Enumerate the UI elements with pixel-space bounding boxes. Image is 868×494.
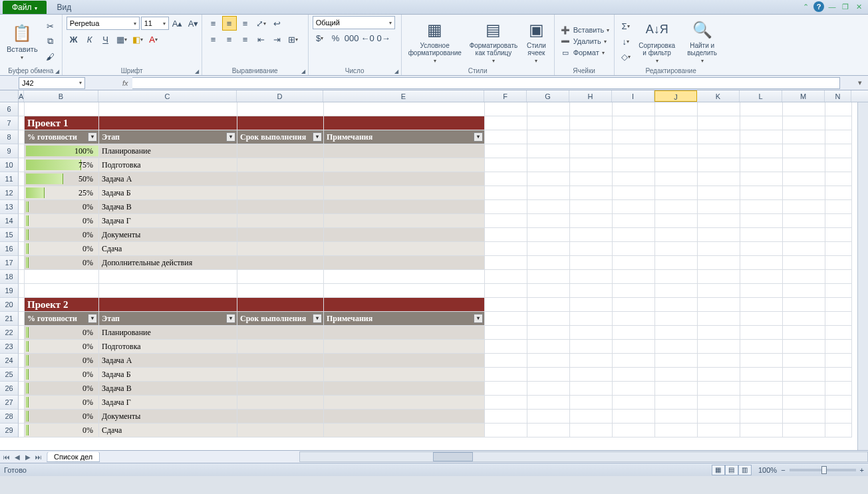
cell[interactable] [783, 340, 825, 354]
cell[interactable] [740, 396, 783, 410]
cell[interactable] [570, 186, 613, 200]
cell[interactable]: Задача Г [99, 396, 237, 410]
cell[interactable] [570, 326, 613, 340]
cell[interactable] [324, 186, 485, 200]
cell[interactable] [237, 228, 324, 242]
indent-inc-button[interactable]: ⇥ [270, 32, 285, 47]
cell[interactable] [237, 214, 324, 228]
cell[interactable] [324, 424, 485, 437]
cell[interactable] [485, 326, 527, 340]
cell[interactable] [698, 116, 740, 130]
cell[interactable] [485, 116, 527, 130]
filter-dropdown[interactable]: ▾ [474, 132, 483, 142]
cell[interactable] [783, 214, 825, 228]
cell[interactable] [740, 326, 783, 340]
cell[interactable]: % готовности▾ [25, 130, 99, 144]
cell[interactable] [655, 326, 698, 340]
cell[interactable] [485, 368, 527, 382]
cell[interactable] [698, 214, 740, 228]
italic-button[interactable]: К [82, 32, 97, 47]
cell[interactable] [613, 312, 655, 326]
cell[interactable]: Этап▾ [99, 312, 237, 326]
cell[interactable] [740, 228, 783, 242]
cell[interactable] [570, 340, 613, 354]
col-header-B[interactable]: B [24, 90, 98, 102]
cell[interactable] [570, 354, 613, 368]
cut-button[interactable]: ✂ [43, 19, 58, 33]
cell[interactable] [825, 158, 852, 172]
format-cells-button[interactable]: ▭Формат ▾ [559, 48, 606, 58]
cell[interactable] [655, 144, 698, 158]
cell-styles-button[interactable]: ▣Стили ячеек▾ [523, 18, 549, 65]
cell[interactable] [570, 214, 613, 228]
cell[interactable] [99, 298, 237, 312]
cell[interactable] [324, 382, 485, 396]
row-header[interactable]: 14 [0, 214, 19, 228]
cell[interactable] [527, 186, 570, 200]
cell[interactable] [783, 410, 825, 424]
cell[interactable] [527, 396, 570, 410]
cell[interactable] [324, 368, 485, 382]
currency-button[interactable]: $▾ [313, 31, 327, 45]
cell[interactable]: Задача В [99, 200, 237, 214]
number-launcher[interactable]: ◢ [394, 68, 398, 74]
col-header-A[interactable]: A [19, 90, 24, 102]
row-header[interactable]: 20 [0, 298, 19, 312]
cell[interactable] [783, 354, 825, 368]
col-header-L[interactable]: L [740, 90, 782, 102]
cell[interactable] [825, 186, 852, 200]
cell[interactable] [324, 284, 485, 298]
cell[interactable] [25, 102, 99, 116]
cell[interactable] [783, 284, 825, 298]
cell[interactable] [783, 186, 825, 200]
cell[interactable] [740, 186, 783, 200]
autosum-button[interactable]: Σ▾ [619, 19, 633, 33]
row-header[interactable]: 29 [0, 424, 19, 437]
cell[interactable] [698, 200, 740, 214]
cell[interactable] [655, 396, 698, 410]
cell[interactable] [570, 144, 613, 158]
cell[interactable] [825, 410, 852, 424]
cell[interactable] [613, 270, 655, 284]
cell[interactable] [613, 326, 655, 340]
cell[interactable]: Сдача [99, 424, 237, 437]
row-header[interactable]: 24 [0, 354, 19, 368]
cell[interactable] [655, 256, 698, 270]
cell[interactable] [655, 284, 698, 298]
col-header-F[interactable]: F [484, 90, 527, 102]
col-header-C[interactable]: C [98, 90, 237, 102]
tab-file[interactable]: Файл [3, 1, 47, 14]
indent-dec-button[interactable]: ⇤ [254, 32, 269, 47]
cell[interactable] [698, 158, 740, 172]
cell[interactable] [485, 354, 527, 368]
cell[interactable]: 50% [25, 172, 99, 186]
cell[interactable] [324, 158, 485, 172]
row-header[interactable]: 26 [0, 382, 19, 396]
col-header-K[interactable]: K [697, 90, 740, 102]
conditional-format-button[interactable]: ▦Условное форматирование▾ [406, 18, 464, 65]
shrink-font-button[interactable]: A▾ [186, 16, 201, 31]
cell[interactable] [19, 368, 25, 382]
cell[interactable] [237, 186, 324, 200]
filter-dropdown[interactable]: ▾ [88, 132, 97, 142]
cell[interactable] [740, 242, 783, 256]
align-center-button[interactable]: ≡ [222, 32, 237, 47]
cell[interactable] [527, 158, 570, 172]
cell[interactable] [19, 256, 25, 270]
cell[interactable] [485, 158, 527, 172]
cell[interactable] [825, 172, 852, 186]
cell[interactable] [825, 228, 852, 242]
cell[interactable] [655, 228, 698, 242]
cell[interactable] [825, 340, 852, 354]
cell[interactable] [613, 256, 655, 270]
cell[interactable] [698, 144, 740, 158]
cell[interactable] [19, 354, 25, 368]
cell[interactable] [655, 214, 698, 228]
cell[interactable]: Планирование [99, 144, 237, 158]
align-middle-button[interactable]: ≡ [222, 16, 237, 31]
align-top-button[interactable]: ≡ [206, 16, 221, 31]
cell[interactable] [19, 102, 25, 116]
cell[interactable] [25, 284, 99, 298]
cell[interactable] [613, 144, 655, 158]
copy-button[interactable]: ⧉ [43, 34, 58, 49]
